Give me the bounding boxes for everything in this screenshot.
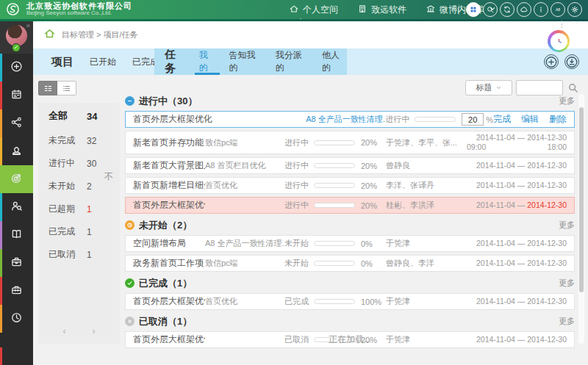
task-row[interactable]: 新首页新增栏目细分首页优化进行中20%李洋、张译丹2014-11-04 — 20… [125,177,575,194]
action-complete-link[interactable]: 完成 [493,113,511,126]
section-not-started-badge-icon[interactable] [125,220,135,230]
section-more-link[interactable]: 更多 [559,278,575,289]
assistant-widget[interactable] [548,30,570,52]
assistant-clock-icon [551,33,567,50]
tab-project-title[interactable]: 项目 [51,55,74,69]
search-icon-button[interactable] [483,2,498,17]
sidebar-item-time[interactable] [0,305,33,333]
topnav-seeyon-software[interactable]: 致远软件 [357,0,406,19]
date-end: 2014-12-30 [527,259,567,267]
apps-launcher-icon-button[interactable] [466,2,481,17]
task-dates: 2014-11-04 — 2014-12-30 [456,200,567,210]
task-title: 新老首页大背景图上传 [133,159,205,172]
search-input[interactable] [516,80,563,95]
a8-badge-icon-button[interactable]: A8 [551,2,565,17]
task-title: 新首页新增栏目细分 [133,179,205,192]
task-row[interactable]: 首页外层大框架优化首页优化已完成100%于筦津2014-11-04 — 2014… [125,293,575,310]
tab-task-title[interactable]: 任务 [165,48,186,76]
section-cancelled-badge-icon[interactable] [125,317,135,326]
view-toggle-list-button[interactable] [57,81,76,95]
search-button[interactable] [567,82,579,94]
task-row[interactable]: 首页外层大框架优化A8 全产品一致性清理..进行中%完成编辑删除 [125,111,575,128]
section-title: 进行中（30） [139,95,197,108]
filter-count: 30 [87,159,109,169]
task-status: 进行中 [385,114,415,125]
section-header-in-progress: 进行中（30）更多 [125,94,575,108]
section-more-link[interactable]: 更多 [559,316,575,327]
tab-task-others[interactable]: 他人的 [322,48,347,75]
scrollbar-thumb[interactable] [579,107,584,292]
sidebar-item-create[interactable] [0,54,33,82]
time-start: 09:00 [467,142,486,152]
task-dates: 2014-11-04 — 2014-12-30 [456,161,567,170]
filter-count: 32 [87,136,109,146]
sidebar-item-contacts[interactable] [0,193,33,221]
tab-project-0[interactable]: 已开始 [90,48,116,75]
sidebar-item-workflow[interactable] [0,109,33,137]
quick-icons: A8 [466,2,582,17]
filter-all[interactable]: 全部34 [38,103,120,129]
task-assignees: 于筦津 [386,296,456,307]
topnav-label: 个人空间 [303,4,338,16]
tab-task-informed[interactable]: 告知我的 [229,48,262,75]
tab-actions [544,54,579,69]
action-edit-link[interactable]: 编辑 [521,113,539,126]
home-icon [289,4,299,16]
info-icon-button[interactable] [534,2,548,17]
date-start: 2014-11-04 [476,181,515,189]
section-in-progress-badge-icon[interactable] [125,96,135,106]
task-date-range: 2014-11-04 — 2014-12-30 [476,297,567,306]
action-delete-link[interactable]: 删除 [549,113,567,126]
pager-next-icon[interactable]: › [93,326,96,336]
filter-done[interactable]: 已完成1 [38,220,120,243]
export-download-button[interactable] [564,54,579,69]
task-progressbar [314,241,355,246]
search-field-select[interactable]: 标题 [465,80,512,95]
task-progress-pct: 20% [361,138,386,147]
task-row[interactable]: 首页外层大框架优化进行中20%桂彬、李洪泽2014-11-04 — 2014-1… [125,197,575,214]
date-start: 2014-11-04 [476,259,515,267]
briefcase-icon [10,256,23,271]
section-done-badge-icon[interactable] [125,278,135,288]
section-title: 已完成（1） [139,277,192,290]
sidebar-item-knowledge[interactable] [0,221,33,249]
sidebar-item-goals[interactable] [0,165,33,193]
filter-cancelled[interactable]: 已取消1 [38,243,120,266]
sidebar-item-schedule[interactable] [0,82,33,109]
task-row[interactable]: 新老首页并存功能（确认新老框架切换的方式）致信pc端进行中20%于筦津、李平、张… [125,131,575,154]
filter-overdue[interactable]: 已超期1 [38,198,120,220]
date-start: 2014-11-04 [476,200,515,209]
tab-task-mine[interactable]: 我的 [199,48,216,75]
progress-input[interactable] [462,113,484,126]
sidebar-item-toolbox[interactable] [0,277,33,305]
task-row[interactable]: 新老首页大背景图上传A8 首页栏目优化进行中20%曾静良2014-11-04 —… [125,157,575,174]
task-row[interactable]: 空间新增布局A8 全产品一致性清理..未开始0%于筦津2014-11-04 — … [125,235,575,252]
filter-label: 未开始 [49,180,87,192]
section-more-link[interactable]: 更多 [559,95,575,106]
stamp-icon [10,144,23,159]
company-name: 北京致远协创软件有限公司 Beijing Seeyon software Co.… [26,1,132,17]
date-end: 2014-12-30 [527,181,567,189]
topnav-personal-space[interactable]: 个人空间 [289,0,338,19]
pager-prev-icon[interactable]: ‹ [63,326,66,336]
filter-unfinished[interactable]: 未完成32 [38,129,120,152]
task-progress-pct: 20% [361,201,386,210]
task-dates: 2014-11-04 — 2014-12-30 [456,259,567,268]
task-date-range: 2014-11-04 — 2014-12-30 [476,200,567,209]
cloud-icon-button[interactable] [517,2,531,17]
tab-task-assigned-by-me[interactable]: 我分派的 [276,48,309,75]
task-project-link[interactable]: A8 全产品一致性清理.. [306,114,385,125]
add-task-button[interactable] [544,54,559,69]
task-row[interactable]: 政务新首页工作项致信pc端未开始0%曾静良、李洋2014-11-04 — 201… [125,255,575,272]
section-more-link[interactable]: 更多 [559,220,575,231]
filter-panel: 全部34未完成32进行中30未开始2已超期1已完成1已取消1 ‹ › [38,103,120,344]
sync-icon-button[interactable] [500,2,514,17]
breadcrumb[interactable]: 目标管理 > 项目/任务 [62,29,138,40]
task-assignees: 曾静良、李洋 [386,258,456,269]
sidebar-expand-icon[interactable]: » [26,21,30,29]
task-date-range: 2014-11-04 — 2014-12-30 [476,181,567,189]
view-toggle-tree-button[interactable] [38,81,57,95]
sidebar-item-seal[interactable] [0,137,33,165]
sidebar-item-work[interactable] [0,249,33,277]
settings-icon-button[interactable] [567,2,582,17]
